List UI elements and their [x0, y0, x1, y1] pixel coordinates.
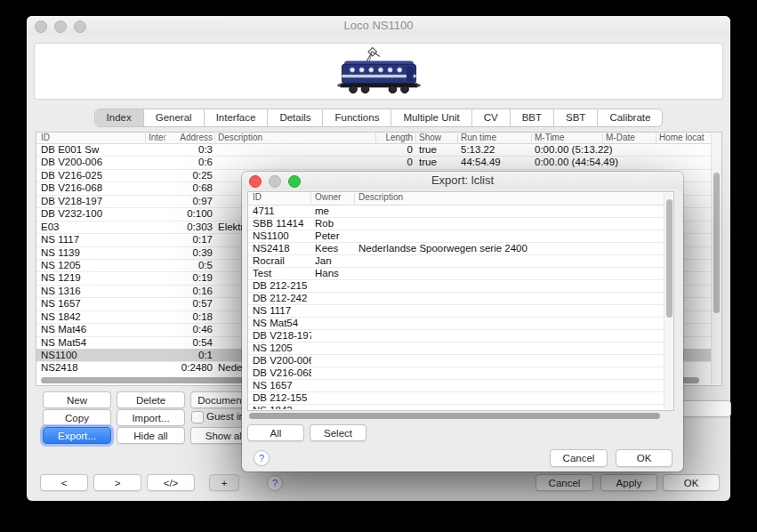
tab-index[interactable]: Index	[95, 109, 144, 126]
tab-cv[interactable]: CV	[472, 109, 511, 126]
delete-button[interactable]: Delete	[117, 391, 185, 408]
column-separator[interactable]	[214, 133, 215, 142]
tab-multiple-unit[interactable]: Multiple Unit	[391, 109, 471, 126]
window-title: Loco NS1100	[27, 16, 730, 36]
scrollbar-thumb[interactable]	[249, 413, 660, 419]
ok-button[interactable]: OK	[616, 449, 672, 467]
cell-id: NS Mat46	[41, 323, 141, 335]
help-icon[interactable]: ?	[254, 450, 270, 466]
tab-interface[interactable]: Interface	[205, 109, 269, 126]
export-titlebar[interactable]: Export: lclist	[242, 172, 683, 189]
col-header-description[interactable]: Description	[218, 133, 374, 143]
tab-calibrate[interactable]: Calibrate	[598, 109, 662, 126]
export-table-row[interactable]: SBB 11414Rob	[248, 217, 664, 230]
col-header-show[interactable]: Show	[419, 133, 456, 143]
column-separator[interactable]	[354, 193, 355, 204]
loco-table-row[interactable]: DB V200-0060:60true44:54.490:00.00 (44:5…	[36, 156, 712, 169]
cell-id: Test	[253, 267, 311, 279]
col-header-description[interactable]: Description	[358, 192, 661, 203]
tab-general[interactable]: General	[144, 109, 205, 126]
cell-show: true	[419, 143, 456, 156]
add-button[interactable]: +	[209, 474, 239, 491]
cell-id: NS 1657	[41, 297, 141, 310]
cancel-button[interactable]: Cancel	[536, 474, 593, 491]
column-separator[interactable]	[165, 133, 165, 142]
export-table-row[interactable]: NS 1657	[248, 379, 664, 392]
main-titlebar[interactable]: Loco NS1100	[27, 16, 730, 36]
import-button[interactable]: Import...	[117, 409, 185, 426]
cell-m_time: 0:00.00 (5:13.22)	[535, 143, 640, 156]
cell-owner: Hans	[315, 267, 356, 279]
scrollbar-thumb[interactable]	[713, 173, 720, 313]
col-header-run_time[interactable]: Run time	[461, 133, 532, 143]
col-header-home_location[interactable]: Home locat	[659, 133, 711, 143]
export-table-row[interactable]: RocrailJan	[248, 254, 664, 268]
export-button[interactable]: Export...	[43, 427, 111, 444]
desktop: { "main_window": { "title": "Loco NS1100…	[0, 0, 757, 532]
col-header-interface_id[interactable]: Interface ID	[149, 133, 166, 143]
scrollbar-thumb[interactable]	[666, 199, 672, 318]
tab-functions[interactable]: Functions	[324, 109, 392, 126]
export-table-row[interactable]: NS Mat54	[248, 317, 664, 330]
select-button[interactable]: Select	[310, 424, 366, 441]
export-table-row[interactable]: NS 1205	[248, 342, 664, 355]
column-separator[interactable]	[457, 133, 458, 142]
export-table-row[interactable]: NS2418KeesNederlandse Spoorwegen serie 2…	[248, 242, 664, 255]
copy-button[interactable]: Copy	[43, 409, 111, 426]
vertical-scrollbar[interactable]	[711, 133, 721, 384]
tab-sbt[interactable]: SBT	[554, 109, 598, 126]
cell-id: NS Mat54	[41, 336, 141, 349]
ok-button[interactable]: OK	[663, 474, 720, 491]
export-table-row[interactable]: DB 212-215	[248, 279, 664, 293]
apply-button[interactable]: Apply	[600, 474, 657, 491]
export-table-row[interactable]: DB V218-197	[248, 329, 664, 343]
back-button[interactable]: <	[40, 474, 88, 491]
export-table-row[interactable]: TestHans	[248, 267, 664, 280]
cell-owner: Jan	[315, 254, 356, 267]
export-table-row[interactable]: NS 1842	[248, 404, 664, 409]
forward-button[interactable]: >	[93, 474, 141, 491]
col-header-id[interactable]: ID	[41, 133, 141, 143]
tab-details[interactable]: Details	[268, 109, 323, 126]
cell-address: 0:5	[168, 259, 213, 271]
new-button[interactable]: New	[43, 391, 111, 408]
cell-id: NS2418	[41, 361, 141, 374]
cell-id: NS 1117	[253, 304, 311, 317]
export-table-row[interactable]: DB 212-242	[248, 292, 664, 305]
tab-bbt[interactable]: BBT	[511, 109, 554, 126]
export-table-row[interactable]: DB V216-068	[248, 367, 664, 380]
col-header-owner[interactable]: Owner	[315, 192, 356, 203]
export-table-row[interactable]: DB 212-155	[248, 391, 664, 405]
column-separator[interactable]	[145, 133, 146, 142]
guest-import-checkbox[interactable]	[191, 411, 204, 423]
col-header-m_date[interactable]: M-Date	[606, 133, 654, 143]
col-header-address[interactable]: Address	[168, 133, 213, 143]
column-separator[interactable]	[531, 133, 532, 142]
column-separator[interactable]	[415, 133, 416, 142]
cancel-button[interactable]: Cancel	[550, 449, 608, 467]
code-button[interactable]: </>	[147, 474, 195, 491]
export-table-row[interactable]: DB V200-006	[248, 354, 664, 367]
column-separator[interactable]	[310, 193, 311, 204]
cell-id: DB E001 Sw	[41, 143, 141, 156]
loco-table-row[interactable]: DB E001 Sw0:30true5:13.220:00.00 (5:13.2…	[36, 143, 712, 157]
cell-id: SBB 11414	[253, 217, 311, 230]
column-separator[interactable]	[375, 133, 376, 142]
export-table-row[interactable]: NS 1117	[248, 304, 664, 318]
cell-id: NS 1219	[41, 271, 141, 284]
column-separator[interactable]	[602, 133, 603, 142]
vertical-scrollbar[interactable]	[664, 193, 673, 409]
cell-id: NS1100	[253, 230, 311, 242]
column-separator[interactable]	[656, 133, 656, 142]
all-button[interactable]: All	[247, 424, 304, 441]
help-icon[interactable]: ?	[267, 475, 283, 491]
horizontal-scrollbar[interactable]	[247, 412, 672, 421]
col-header-id[interactable]: ID	[253, 192, 311, 203]
export-table-row[interactable]: NS1100Peter	[248, 230, 664, 243]
cell-id: DB V216-068	[253, 367, 311, 379]
cell-id: DB 212-242	[253, 292, 311, 304]
cell-id: NS 1657	[253, 379, 311, 391]
export-table-row[interactable]: 4711me	[248, 205, 664, 218]
col-header-length[interactable]: Length	[379, 133, 413, 143]
hide-all-button[interactable]: Hide all	[117, 427, 185, 444]
